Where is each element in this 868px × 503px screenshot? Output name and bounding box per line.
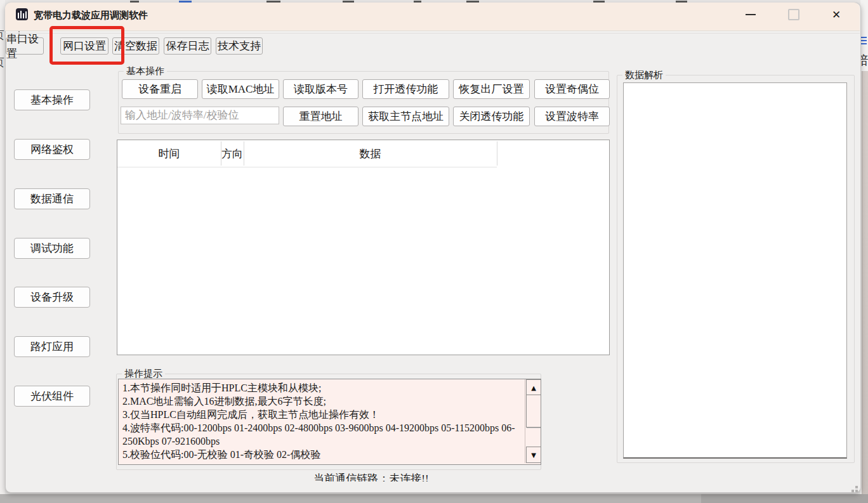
tips-text: 1.本节操作同时适用于HPLC主模块和从模块; 2.MAC地址需输入16进制数据… xyxy=(122,381,516,461)
open-passthrough-button[interactable]: 打开透传功能 xyxy=(362,79,449,99)
column-header-data[interactable]: 数据 xyxy=(244,140,497,167)
red-annotation-box xyxy=(49,26,124,65)
maximize-button[interactable] xyxy=(781,5,806,24)
background-scrollbar-fragment xyxy=(862,71,868,494)
tips-textarea[interactable]: 1.本节操作同时适用于HPLC主模块和从模块; 2.MAC地址需输入16进制数据… xyxy=(118,379,541,465)
maximize-icon xyxy=(788,9,799,20)
arrow-up-icon: ▲ xyxy=(531,384,536,391)
app-icon xyxy=(16,8,28,20)
background-glyph: 部 xyxy=(860,52,868,69)
sidebar-item-debug[interactable]: 调试功能 xyxy=(14,238,90,259)
message-table[interactable]: 时间 方向 数据 xyxy=(117,140,610,355)
column-header-direction[interactable]: 方向 xyxy=(221,140,244,167)
background-icon-fragment xyxy=(861,37,867,38)
tips-scrollbar[interactable]: ▲ ▼ xyxy=(525,379,541,463)
link-status-clip: 当前通信链路：未连接!! xyxy=(273,473,470,481)
address-input[interactable] xyxy=(121,107,279,124)
sidebar-item-device-upgrade[interactable]: 设备升级 xyxy=(14,287,90,308)
minimize-button[interactable] xyxy=(738,5,763,24)
column-header-time[interactable]: 时间 xyxy=(117,140,221,167)
device-restart-button[interactable]: 设备重启 xyxy=(122,79,198,99)
background-icon-fragment xyxy=(861,43,867,44)
minimize-icon xyxy=(746,14,756,15)
column-separator xyxy=(244,141,244,166)
close-button[interactable]: ✕ xyxy=(824,5,849,24)
scrollbar-thumb[interactable] xyxy=(526,395,541,428)
background-window-left-edge: 页 页 xyxy=(0,0,5,494)
window-title: 宽带电力载波应用调测软件 xyxy=(34,10,148,22)
close-passthrough-button[interactable]: 关闭透传功能 xyxy=(453,107,530,126)
link-status-text: 当前通信链路：未连接!! xyxy=(313,473,428,481)
close-icon: ✕ xyxy=(832,10,841,20)
basic-ops-group-title: 基本操作 xyxy=(124,65,167,77)
set-baudrate-button[interactable]: 设置波特率 xyxy=(534,107,610,126)
menu-save-log[interactable]: 保存日志 xyxy=(164,37,211,55)
sidebar-item-network-auth[interactable]: 网络鉴权 xyxy=(14,139,90,160)
get-master-node-button[interactable]: 获取主节点地址 xyxy=(362,107,449,126)
column-separator xyxy=(221,141,221,166)
background-icon-fragment xyxy=(861,40,867,41)
background-window-right-edge: 部 xyxy=(860,0,868,494)
read-version-button[interactable]: 读取版本号 xyxy=(283,79,358,99)
arrow-down-icon: ▼ xyxy=(531,452,536,459)
scroll-up-button[interactable]: ▲ xyxy=(526,379,541,396)
set-parity-button[interactable]: 设置奇偶位 xyxy=(534,79,610,99)
scroll-down-button[interactable]: ▼ xyxy=(526,447,541,463)
header-underline xyxy=(117,167,497,167)
resize-grip[interactable] xyxy=(850,485,860,495)
parse-textarea[interactable] xyxy=(623,82,847,459)
sidebar-item-streetlight[interactable]: 路灯应用 xyxy=(14,336,90,357)
reset-address-button[interactable]: 重置地址 xyxy=(283,107,358,126)
factory-reset-button[interactable]: 恢复出厂设置 xyxy=(453,79,530,99)
background-glyph: 页 xyxy=(0,55,5,70)
menu-serial-settings[interactable]: 串口设置 xyxy=(6,37,44,55)
screen: 页 页 部 宽带电力载波应用调测软件 ✕ 串口设置 网口设置 清空数据 保存日志… xyxy=(0,0,868,503)
toolbar-divider xyxy=(5,33,860,34)
menu-tech-support[interactable]: 技术支持 xyxy=(216,37,263,55)
sidebar-item-basic-ops[interactable]: 基本操作 xyxy=(14,89,90,110)
background-bottom-band-dark xyxy=(701,494,868,503)
sidebar-item-pv-module[interactable]: 光伏组件 xyxy=(14,386,90,407)
background-glyph: 页 xyxy=(0,28,5,42)
parse-group-title: 数据解析 xyxy=(622,69,666,81)
sidebar-item-data-comm[interactable]: 数据通信 xyxy=(14,188,90,209)
read-mac-button[interactable]: 读取MAC地址 xyxy=(202,79,279,99)
column-separator xyxy=(497,141,497,166)
